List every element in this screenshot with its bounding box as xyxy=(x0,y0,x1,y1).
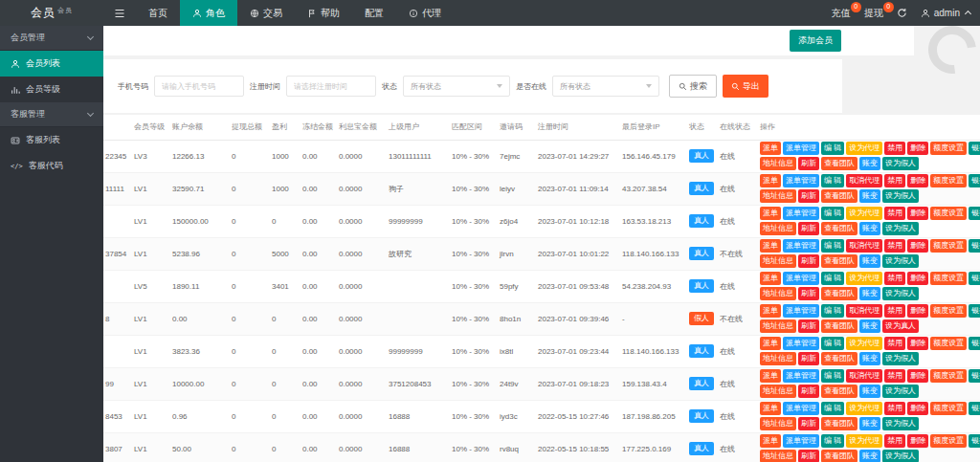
view-team-button[interactable]: 查看团队 xyxy=(821,417,858,430)
cancel-agent-button[interactable]: 取消代理 xyxy=(846,239,882,253)
search-button[interactable]: 搜索 xyxy=(669,75,717,98)
set-real-button[interactable]: 设为真人 xyxy=(882,319,919,333)
nav-item-config[interactable]: 配置 xyxy=(352,0,396,26)
status-select[interactable]: 所有状态 xyxy=(403,76,510,97)
view-team-button[interactable]: 查看团队 xyxy=(821,189,858,203)
delete-button[interactable]: 删除 xyxy=(907,142,928,155)
quota-setting-button[interactable]: 额度设置 xyxy=(930,239,967,253)
account-change-button[interactable]: 账变 xyxy=(859,287,880,300)
refresh-icon[interactable] xyxy=(897,8,907,18)
quota-setting-button[interactable]: 额度设置 xyxy=(930,142,967,155)
hamburger-icon[interactable] xyxy=(103,0,136,26)
online-select[interactable]: 所有状态 xyxy=(552,76,659,97)
dispatch-button[interactable]: 派单 xyxy=(760,142,781,155)
view-team-button[interactable]: 查看团队 xyxy=(821,287,858,300)
dispatch-manage-button[interactable]: 派单管理 xyxy=(783,272,819,285)
edit-button[interactable]: 编 辑 xyxy=(821,142,844,155)
delete-button[interactable]: 删除 xyxy=(907,402,928,415)
dispatch-manage-button[interactable]: 派单管理 xyxy=(783,304,819,318)
bank-card-info-button[interactable]: 银行卡信息 xyxy=(969,434,980,448)
set-fake-button[interactable]: 设为假人 xyxy=(882,385,919,398)
dispatch-button[interactable]: 派单 xyxy=(760,239,781,253)
disable-button[interactable]: 禁用 xyxy=(884,434,905,448)
account-change-button[interactable]: 账变 xyxy=(859,352,880,365)
refresh-row-button[interactable]: 刷新 xyxy=(798,319,819,333)
address-info-button[interactable]: 地址信息 xyxy=(760,222,796,235)
edit-button[interactable]: 编 辑 xyxy=(821,434,844,448)
view-team-button[interactable]: 查看团队 xyxy=(821,385,858,398)
set-agent-button[interactable]: 设为代理 xyxy=(846,142,882,155)
delete-button[interactable]: 删除 xyxy=(907,369,928,383)
cancel-agent-button[interactable]: 取消代理 xyxy=(846,174,882,187)
sidebar-item-member-list[interactable]: 会员列表 xyxy=(0,51,103,77)
account-change-button[interactable]: 账变 xyxy=(859,222,880,235)
address-info-button[interactable]: 地址信息 xyxy=(760,417,796,430)
nav-item-agent[interactable]: 代理 xyxy=(396,0,454,26)
delete-button[interactable]: 删除 xyxy=(907,304,928,318)
add-member-button[interactable]: 添加会员 xyxy=(790,30,841,52)
set-fake-button[interactable]: 设为假人 xyxy=(882,189,919,203)
dispatch-button[interactable]: 派单 xyxy=(760,402,781,415)
dispatch-manage-button[interactable]: 派单管理 xyxy=(783,207,819,220)
user-menu[interactable]: admin xyxy=(921,8,970,18)
dispatch-manage-button[interactable]: 派单管理 xyxy=(783,434,819,448)
account-change-button[interactable]: 账变 xyxy=(859,157,880,170)
disable-button[interactable]: 禁用 xyxy=(884,174,905,187)
edit-button[interactable]: 编 辑 xyxy=(821,239,844,253)
bank-card-info-button[interactable]: 银行卡信息 xyxy=(969,239,980,253)
quota-setting-button[interactable]: 额度设置 xyxy=(930,304,967,318)
set-agent-button[interactable]: 设为代理 xyxy=(846,337,882,350)
quota-setting-button[interactable]: 额度设置 xyxy=(930,272,967,285)
view-team-button[interactable]: 查看团队 xyxy=(821,222,858,235)
edit-button[interactable]: 编 辑 xyxy=(821,369,844,383)
disable-button[interactable]: 禁用 xyxy=(884,207,905,220)
edit-button[interactable]: 编 辑 xyxy=(821,174,844,187)
disable-button[interactable]: 禁用 xyxy=(884,304,905,318)
refresh-row-button[interactable]: 刷新 xyxy=(798,417,819,430)
refresh-row-button[interactable]: 刷新 xyxy=(798,189,819,203)
delete-button[interactable]: 删除 xyxy=(907,272,928,285)
quota-setting-button[interactable]: 额度设置 xyxy=(930,402,967,415)
nav-item-trade[interactable]: 交易 xyxy=(237,0,295,26)
bank-card-info-button[interactable]: 银行卡信息 xyxy=(969,272,980,285)
edit-button[interactable]: 编 辑 xyxy=(821,304,844,318)
view-team-button[interactable]: 查看团队 xyxy=(821,352,858,365)
account-change-button[interactable]: 账变 xyxy=(859,450,880,462)
nav-item-role[interactable]: 角色 xyxy=(180,0,237,26)
set-fake-button[interactable]: 设为假人 xyxy=(882,352,919,365)
quota-setting-button[interactable]: 额度设置 xyxy=(930,174,967,187)
dispatch-manage-button[interactable]: 派单管理 xyxy=(783,142,819,155)
dispatch-button[interactable]: 派单 xyxy=(760,207,781,220)
address-info-button[interactable]: 地址信息 xyxy=(760,287,796,300)
delete-button[interactable]: 删除 xyxy=(907,207,928,220)
set-fake-button[interactable]: 设为假人 xyxy=(882,450,919,462)
set-fake-button[interactable]: 设为假人 xyxy=(882,287,919,300)
address-info-button[interactable]: 地址信息 xyxy=(760,189,796,203)
refresh-row-button[interactable]: 刷新 xyxy=(798,385,819,398)
delete-button[interactable]: 删除 xyxy=(907,239,928,253)
quota-setting-button[interactable]: 额度设置 xyxy=(930,207,967,220)
refresh-row-button[interactable]: 刷新 xyxy=(798,222,819,235)
refresh-row-button[interactable]: 刷新 xyxy=(798,450,819,462)
bank-card-info-button[interactable]: 银行卡信息 xyxy=(969,207,980,220)
set-fake-button[interactable]: 设为假人 xyxy=(882,222,919,235)
disable-button[interactable]: 禁用 xyxy=(884,239,905,253)
dispatch-manage-button[interactable]: 派单管理 xyxy=(783,239,819,253)
account-change-button[interactable]: 账变 xyxy=(859,385,880,398)
bank-card-info-button[interactable]: 银行卡信息 xyxy=(969,337,980,350)
edit-button[interactable]: 编 辑 xyxy=(821,402,844,415)
delete-button[interactable]: 删除 xyxy=(907,174,928,187)
export-button[interactable]: 导出 xyxy=(723,75,768,98)
bank-card-info-button[interactable]: 银行卡信息 xyxy=(969,304,980,318)
set-agent-button[interactable]: 设为代理 xyxy=(846,402,882,415)
recharge-menu[interactable]: 充值 0 xyxy=(832,7,851,20)
address-info-button[interactable]: 地址信息 xyxy=(760,254,796,268)
bank-card-info-button[interactable]: 银行卡信息 xyxy=(969,369,980,383)
dispatch-button[interactable]: 派单 xyxy=(760,434,781,448)
set-agent-button[interactable]: 设为代理 xyxy=(846,434,882,448)
cancel-agent-button[interactable]: 取消代理 xyxy=(846,304,882,318)
view-team-button[interactable]: 查看团队 xyxy=(821,319,858,333)
refresh-row-button[interactable]: 刷新 xyxy=(798,254,819,268)
refresh-row-button[interactable]: 刷新 xyxy=(798,157,819,170)
dispatch-manage-button[interactable]: 派单管理 xyxy=(783,402,819,415)
